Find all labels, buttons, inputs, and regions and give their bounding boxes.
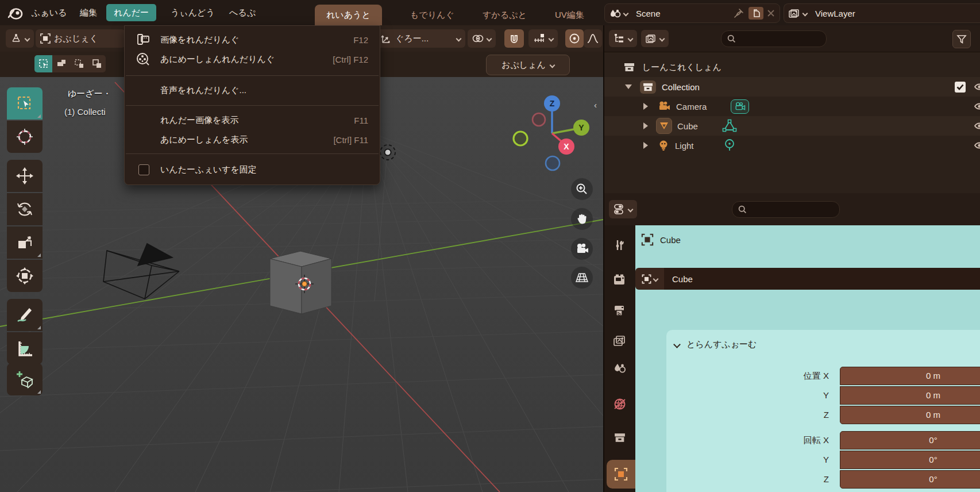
- menu-file[interactable]: ふぁいる: [24, 4, 74, 21]
- select-mode-subtract[interactable]: [70, 55, 88, 72]
- mode-dropdown[interactable]: おぶじぇく: [36, 29, 125, 48]
- rotation-z-field[interactable]: 0°: [840, 470, 980, 489]
- disclosure-closed-icon[interactable]: [643, 122, 648, 129]
- object-name-field[interactable]: Cube: [635, 268, 980, 290]
- scene-datablock-icon[interactable]: [605, 8, 632, 18]
- menu-help[interactable]: へるぷ: [222, 4, 263, 21]
- scene-name[interactable]: Scene: [636, 9, 661, 18]
- location-x-field[interactable]: 0 m: [840, 367, 980, 385]
- tool-rotate[interactable]: [7, 193, 43, 225]
- viewlayer-icon[interactable]: [784, 8, 812, 18]
- tab-render[interactable]: [604, 267, 635, 293]
- menu-edit[interactable]: 編集: [72, 4, 105, 21]
- row-camera[interactable]: Camera: [604, 97, 980, 116]
- tab-collection[interactable]: [604, 424, 635, 451]
- workspace-tab-modeling[interactable]: もでりんぐ: [399, 5, 466, 25]
- transform-panel-header[interactable]: とらんすふぉーむ: [674, 339, 757, 350]
- object-name-value[interactable]: Cube: [664, 268, 980, 290]
- outliner-header: [604, 25, 980, 52]
- location-z-field[interactable]: 0 m: [840, 406, 980, 424]
- row-scene-collection[interactable]: しーんこれくしょん: [604, 57, 980, 77]
- hide-eye-icon[interactable]: [974, 102, 980, 111]
- proportional-falloff-dropdown[interactable]: [584, 29, 602, 48]
- menu-item-lock-interface[interactable]: いんたーふぇいすを固定: [128, 160, 376, 179]
- tab-world[interactable]: [604, 391, 635, 417]
- tab-view-layer[interactable]: [604, 328, 635, 354]
- menu-window[interactable]: うぃんどう: [163, 4, 222, 21]
- new-scene-icon[interactable]: [748, 7, 763, 20]
- workspace-tab-layout[interactable]: れいあうと: [315, 5, 382, 25]
- tool-move[interactable]: [7, 160, 43, 192]
- tool-annotate[interactable]: [7, 299, 43, 331]
- menu-render[interactable]: れんだー: [106, 4, 156, 21]
- select-mode-invert[interactable]: [88, 55, 106, 72]
- workspace-tab-sculpt[interactable]: すかるぷと: [471, 5, 538, 25]
- row-collection[interactable]: Collection: [604, 77, 980, 97]
- outliner-filter-dropdown[interactable]: [641, 30, 669, 47]
- disclosure-closed-icon[interactable]: [643, 103, 648, 110]
- navigation-gizmo[interactable]: Z Y X: [506, 89, 597, 175]
- hide-eye-icon[interactable]: [974, 121, 980, 130]
- collection-checkbox[interactable]: [955, 82, 966, 93]
- menu-item-view-render[interactable]: れんだー画像を表示 F11: [128, 111, 376, 129]
- object-breadcrumb-icon[interactable]: [641, 233, 654, 246]
- properties-search-input[interactable]: [732, 201, 840, 218]
- hide-eye-icon[interactable]: [974, 82, 980, 91]
- tool-cursor[interactable]: [7, 121, 43, 153]
- menu-item-render-animation[interactable]: あにめーしょんれんだりんぐ [Ctrl] F12: [128, 50, 376, 68]
- pivot-dropdown[interactable]: [468, 29, 496, 48]
- tool-measure[interactable]: [7, 332, 43, 364]
- disclosure-closed-icon[interactable]: [643, 142, 648, 149]
- row-cube[interactable]: Cube: [604, 116, 980, 136]
- disclosure-open-icon[interactable]: [625, 84, 632, 89]
- options-button[interactable]: おぷしょん: [486, 55, 570, 75]
- rotation-y-field[interactable]: 0°: [840, 451, 980, 469]
- pin-icon[interactable]: [734, 8, 744, 18]
- tab-object[interactable]: [607, 460, 635, 489]
- select-mode-extend[interactable]: [52, 55, 70, 72]
- editor-type-button[interactable]: [6, 29, 34, 48]
- camera-data-icon[interactable]: [731, 99, 749, 114]
- breadcrumb: Cube: [641, 233, 681, 246]
- properties-editor-type[interactable]: [609, 200, 637, 218]
- rotation-x-field[interactable]: 0°: [840, 431, 980, 449]
- camera-view-button[interactable]: [571, 238, 593, 260]
- snap-toggle[interactable]: [504, 29, 524, 48]
- snap-target-dropdown[interactable]: [528, 29, 558, 48]
- tab-output[interactable]: [604, 298, 635, 324]
- zoom-button[interactable]: [571, 178, 593, 200]
- row-light[interactable]: Light: [604, 136, 980, 155]
- workspace-tab-uv[interactable]: UV編集: [543, 5, 596, 25]
- location-z-label: Z: [666, 406, 829, 424]
- unlink-scene-icon[interactable]: [767, 9, 775, 17]
- mesh-data-icon[interactable]: [722, 119, 737, 133]
- menu-item-view-animation[interactable]: あにめーしょんを表示 [Ctrl] F11: [128, 130, 376, 149]
- tool-scale[interactable]: [7, 226, 43, 259]
- breadcrumb-label[interactable]: Cube: [660, 235, 681, 245]
- grid-ortho-button[interactable]: [571, 267, 593, 289]
- viewlayer-name[interactable]: ViewLayer: [815, 9, 855, 18]
- outliner-funnel-filter[interactable]: [952, 30, 971, 48]
- cube-object-icon: [656, 118, 672, 134]
- pan-hand-button[interactable]: [571, 208, 593, 230]
- light-data-icon[interactable]: [723, 139, 736, 152]
- blender-logo-icon[interactable]: [7, 5, 24, 21]
- outliner-search-input[interactable]: [721, 30, 827, 47]
- location-y-field[interactable]: 0 m: [840, 386, 980, 405]
- menu-item-render-image[interactable]: 画像をれんだりんぐ F12: [128, 30, 376, 49]
- outliner-display-mode[interactable]: [609, 30, 637, 47]
- proportional-edit-toggle[interactable]: [565, 29, 584, 48]
- lock-interface-checkbox[interactable]: [138, 164, 149, 175]
- tab-scene[interactable]: [604, 355, 635, 382]
- tab-tool[interactable]: [604, 232, 635, 259]
- object-id-icon[interactable]: [635, 268, 664, 290]
- falloff-curve-icon: [587, 33, 599, 44]
- tool-add-cube[interactable]: [7, 363, 43, 395]
- hide-eye-icon[interactable]: [974, 141, 980, 150]
- orientation-dropdown[interactable]: ぐろー...: [376, 29, 465, 48]
- select-mode-new[interactable]: [34, 55, 52, 72]
- tool-transform[interactable]: [7, 260, 43, 292]
- tool-select-box[interactable]: [7, 87, 43, 120]
- orientation-label: ぐろー...: [395, 33, 429, 44]
- menu-item-render-audio[interactable]: 音声をれんだりんぐ...: [128, 81, 376, 99]
